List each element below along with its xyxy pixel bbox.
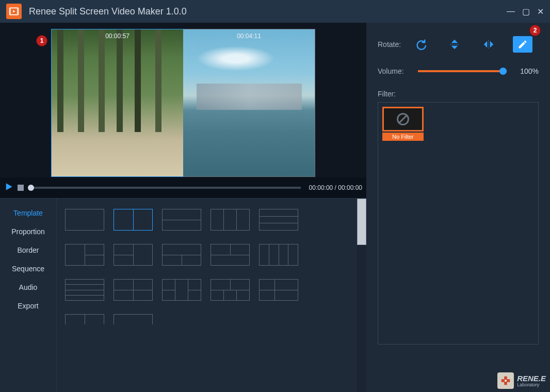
rotate-row: Rotate: — [378, 36, 539, 53]
template-mixed-2[interactable] — [211, 279, 250, 301]
template-grid — [57, 199, 366, 392]
svg-rect-13 — [505, 380, 507, 382]
rotate-label: Rotate: — [378, 40, 411, 48]
window-controls: — ▢ ✕ — [507, 7, 544, 17]
tab-export[interactable]: Export — [0, 297, 56, 315]
preview-clip-1[interactable]: 00:00:57 — [52, 29, 183, 176]
clip-1-timestamp: 00:00:57 — [52, 32, 183, 40]
svg-marker-4 — [6, 183, 12, 190]
filter-none[interactable]: No Filter — [382, 107, 424, 141]
svg-marker-9 — [490, 41, 493, 48]
template-1x1[interactable] — [65, 209, 104, 231]
filter-none-label: No Filter — [382, 133, 424, 141]
flip-horizontal-button[interactable] — [479, 36, 498, 53]
template-3col[interactable] — [211, 209, 250, 231]
template-4col[interactable] — [259, 244, 298, 266]
play-button[interactable] — [4, 182, 13, 193]
tab-border[interactable]: Border — [0, 241, 56, 259]
app-logo — [6, 4, 22, 19]
playback-bar: 00:00:00 / 00:00:00 — [0, 177, 366, 198]
right-panel: 2 Rotate: Volume: 100% Filter: — [366, 23, 550, 392]
progress-handle[interactable] — [28, 185, 34, 191]
template-2row[interactable] — [162, 209, 201, 231]
tab-sequence[interactable]: Sequence — [0, 259, 56, 278]
svg-marker-8 — [484, 41, 487, 48]
flip-vertical-button[interactable] — [445, 36, 464, 53]
volume-row: Volume: 100% — [378, 67, 539, 75]
side-tabs: Template Proportion Border Sequence Audi… — [0, 199, 57, 392]
volume-value: 100% — [514, 67, 539, 75]
template-l-shape-2[interactable] — [114, 244, 153, 266]
template-2col[interactable] — [114, 209, 153, 231]
volume-slider[interactable] — [418, 70, 507, 72]
time-display: 00:00:00 / 00:00:00 — [309, 184, 362, 191]
titlebar: Renee Split Screen Video Maker 1.0.0 — ▢… — [0, 0, 550, 23]
template-mixed-3[interactable] — [259, 279, 298, 301]
brand-logo: RENE.E Laboratory — [497, 372, 546, 389]
template-t-shape-1[interactable] — [162, 244, 201, 266]
clip-1-thumbnail — [52, 29, 183, 176]
annotation-2: 2 — [529, 25, 541, 36]
brand-sub: Laboratory — [517, 382, 546, 387]
template-l-shape-1[interactable] — [65, 244, 104, 266]
svg-rect-1 — [10, 8, 11, 14]
filter-label: Filter: — [378, 90, 539, 98]
tab-template[interactable]: Template — [0, 204, 56, 222]
bottom-panel: Template Proportion Border Sequence Audi… — [0, 198, 366, 392]
close-button[interactable]: ✕ — [537, 7, 544, 17]
preview-area: 1 00:00:57 00:04:11 — [0, 23, 366, 177]
template-partial-1[interactable] — [65, 314, 104, 324]
brand-cross-icon — [497, 372, 514, 389]
svg-line-12 — [399, 115, 407, 123]
preview-clip-2[interactable]: 00:04:11 — [183, 29, 315, 176]
template-partial-2[interactable] — [114, 314, 153, 324]
svg-rect-2 — [17, 8, 19, 14]
svg-marker-5 — [451, 40, 458, 43]
scrollbar-thumb[interactable] — [357, 199, 366, 245]
stop-button[interactable] — [18, 185, 24, 191]
brand-name: RENE.E — [517, 374, 546, 382]
svg-marker-6 — [451, 46, 458, 49]
template-scrollbar[interactable] — [357, 199, 366, 392]
template-t-shape-2[interactable] — [211, 244, 250, 266]
preview-split-view: 00:00:57 00:04:11 — [51, 29, 315, 177]
template-4row[interactable] — [65, 279, 104, 301]
minimize-button[interactable]: — — [507, 7, 515, 17]
template-mixed-1[interactable] — [162, 279, 201, 301]
rotate-button[interactable] — [411, 36, 430, 53]
edit-button[interactable] — [513, 36, 532, 53]
maximize-button[interactable]: ▢ — [522, 7, 530, 17]
filter-list: No Filter — [378, 102, 539, 345]
no-filter-icon — [382, 107, 424, 132]
template-3row[interactable] — [259, 209, 298, 231]
svg-marker-3 — [13, 10, 15, 13]
volume-handle[interactable] — [499, 68, 507, 75]
progress-slider[interactable] — [28, 187, 301, 189]
template-2x2[interactable] — [114, 279, 153, 301]
clip-2-thumbnail — [183, 29, 315, 176]
tab-proportion[interactable]: Proportion — [0, 222, 56, 241]
clip-2-timestamp: 00:04:11 — [183, 32, 315, 40]
tab-audio[interactable]: Audio — [0, 278, 56, 297]
app-title: Renee Split Screen Video Maker 1.0.0 — [29, 6, 187, 17]
annotation-1: 1 — [36, 35, 47, 46]
volume-label: Volume: — [378, 67, 411, 75]
